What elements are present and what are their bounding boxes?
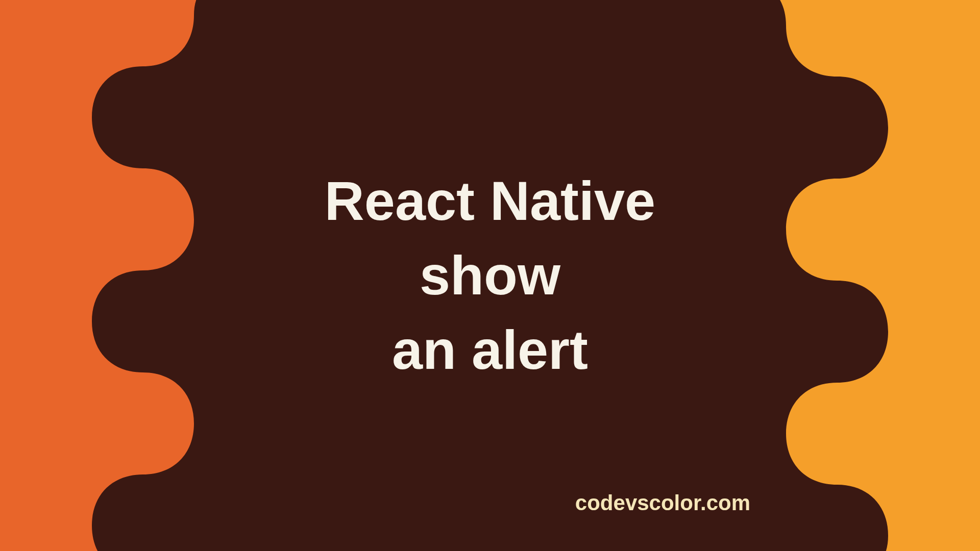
attribution-text: codevscolor.com — [575, 491, 750, 515]
title-line-3: an alert — [392, 313, 588, 387]
title-content: React Native show an alert — [0, 0, 980, 551]
title-line-2: show — [420, 238, 560, 313]
title-line-1: React Native — [325, 164, 655, 238]
